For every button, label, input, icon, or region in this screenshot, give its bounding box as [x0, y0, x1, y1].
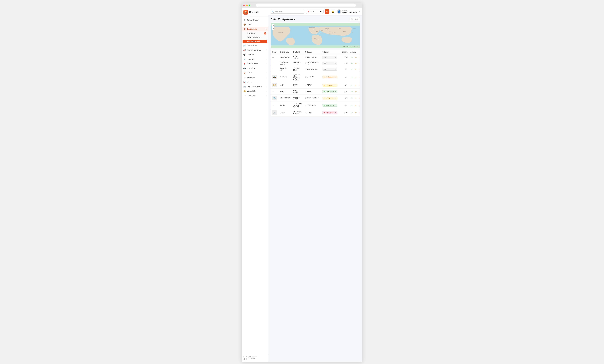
- search-bar[interactable]: 🔍: [270, 10, 305, 13]
- delete-button[interactable]: 🗑: [358, 104, 360, 107]
- status-label: Statut: [324, 63, 327, 64]
- sidebar-label-equipements: Équipements: [247, 28, 264, 30]
- sidebar-item-stocks[interactable]: 🏠 Stocks ›: [242, 71, 268, 75]
- view-button[interactable]: 👁: [351, 83, 354, 87]
- edit-button[interactable]: ✏: [354, 68, 358, 71]
- sidebar-item-prets-locations[interactable]: 📍 Prêts/Locations ›: [242, 62, 268, 66]
- sidebar-item-equipements-sub[interactable]: Equipements +: [242, 31, 268, 36]
- sidebar-label-rapport: Rapport: [247, 81, 264, 83]
- edit-button[interactable]: ✏: [354, 83, 358, 87]
- sidebar-item-produits[interactable]: 📦 Produits ›: [242, 22, 268, 27]
- view-button[interactable]: 👁: [351, 68, 354, 71]
- edit-button[interactable]: ✏: [354, 90, 358, 93]
- sidebar-item-equipements[interactable]: ⚙ Équipements ∨: [242, 27, 268, 31]
- rapport-arrow-icon: ›: [266, 81, 266, 83]
- status-label: Opérationnel: [326, 91, 334, 92]
- url-bar[interactable]: [256, 4, 356, 7]
- th-statut[interactable]: ⇅ Statut: [321, 50, 339, 54]
- sidebar-label-impression: Impression: [247, 76, 264, 78]
- status-badge[interactable]: Statut▼: [322, 62, 337, 65]
- delete-button[interactable]: 🗑: [358, 56, 360, 59]
- qr-btn[interactable]: ⊡: [325, 9, 329, 14]
- maximize-btn[interactable]: [249, 4, 250, 6]
- sidebar-item-impression[interactable]: 🖨 Impression ›: [242, 75, 268, 80]
- filter-button[interactable]: ⚗ Filtrer: [350, 17, 360, 21]
- td-actions: 👁 ✏ 🗑: [349, 101, 360, 109]
- map-container: United States France Deutschland Россия …: [271, 23, 360, 48]
- td-qte-stock: 0,00: [339, 95, 349, 101]
- sidebar-item-requetes[interactable]: 💬 Requêtes ›: [242, 52, 268, 57]
- sidebar-item-ventes-clients[interactable]: 🛒 Ventes clients ›: [242, 43, 268, 48]
- th-codes[interactable]: ⇅ Codes: [304, 50, 321, 54]
- map-zoom-in[interactable]: +: [272, 24, 275, 27]
- sidebar-item-achats-fournisseurs[interactable]: 🏭 Achats fournisseurs ›: [242, 48, 268, 52]
- sidebar-item-comptabilite[interactable]: 💰 Comptabilité ›: [242, 89, 268, 93]
- close-btn[interactable]: [243, 4, 245, 6]
- sidebar-item-scan-direct[interactable]: 📷 Scan direct: [242, 66, 268, 71]
- sidebar-item-tableau-de-bord[interactable]: ⊞ Tableau de bord: [242, 18, 268, 22]
- delete-button[interactable]: 🗑: [358, 111, 360, 114]
- view-button[interactable]: 👁: [351, 75, 354, 78]
- status-badge[interactable]: À réparer▼: [322, 84, 337, 87]
- delete-button[interactable]: 🗑: [358, 68, 360, 71]
- status-dot: [324, 91, 325, 92]
- view-button[interactable]: 👁: [351, 96, 354, 100]
- td-code: ⊟123456: [304, 109, 321, 116]
- status-badge[interactable]: Statut▼: [322, 56, 337, 59]
- status-badge[interactable]: Opérationnel▼: [322, 104, 337, 107]
- map-zoom-out[interactable]: −: [272, 27, 275, 30]
- status-badge[interactable]: À réparer▼: [322, 97, 337, 99]
- edit-button[interactable]: ✏: [354, 75, 358, 78]
- svg-text:Italia: Italia: [316, 31, 318, 32]
- view-button[interactable]: 👁: [351, 90, 354, 93]
- svg-text:Ливия: Ливия: [317, 39, 318, 40]
- sidebar-item-rapport[interactable]: 📊 Rapport ›: [242, 80, 268, 84]
- th-reference[interactable]: ⇅ Référence: [278, 50, 291, 54]
- hamburger-menu[interactable]: ≡: [359, 10, 360, 13]
- delete-button[interactable]: 🗑: [358, 96, 360, 100]
- search-input[interactable]: [275, 11, 303, 13]
- location-select-container[interactable]: 📍 Tous: [306, 10, 324, 14]
- edit-button[interactable]: ✏: [354, 104, 358, 107]
- location-icon: 📍: [308, 11, 310, 13]
- delete-button[interactable]: 🗑: [358, 75, 360, 78]
- edit-button[interactable]: ✏: [354, 111, 358, 114]
- bell-btn[interactable]: 🔔: [331, 9, 335, 14]
- td-actions: 👁 ✏ 🗑: [349, 72, 360, 82]
- status-badge[interactable]: Opérationnel▼: [322, 90, 337, 93]
- location-select[interactable]: Tous: [310, 11, 322, 13]
- td-libelle: VOLVO A25E: [291, 82, 304, 88]
- td-image: —: [271, 101, 278, 109]
- status-badge[interactable]: Statut▼: [322, 68, 337, 71]
- sidebar-item-applications[interactable]: ⬡ Applications ›: [242, 93, 268, 98]
- td-actions: 👁 ✏ 🗑: [349, 54, 360, 60]
- stocks-icon: 🏠: [243, 72, 246, 74]
- edit-button[interactable]: ✏: [354, 62, 358, 65]
- sidebar-item-controle-equipements[interactable]: Contrôle équipements: [242, 36, 268, 39]
- svg-text:Oʻzbekiston: Oʻzbekiston: [333, 32, 336, 33]
- status-label: Statut: [324, 68, 327, 70]
- th-libelle[interactable]: ⇅ Libellé: [291, 50, 304, 54]
- sidebar-label-prets-locations: Prêts/Locations: [247, 63, 264, 65]
- svg-text:Монгол: Монгол: [353, 28, 356, 29]
- delete-button[interactable]: 🗑: [358, 62, 360, 65]
- minimize-btn[interactable]: [246, 4, 248, 6]
- view-button[interactable]: 👁: [351, 104, 354, 107]
- delete-button[interactable]: 🗑: [358, 83, 360, 87]
- sidebar-item-sites-emplacements[interactable]: 🏢 Sites / Emplacements ›: [242, 84, 268, 89]
- status-badge[interactable]: En réparation▼: [322, 75, 337, 78]
- delete-button[interactable]: 🗑: [358, 90, 360, 93]
- sidebar-item-suivi-equipements[interactable]: Suivi Equipements: [243, 40, 267, 43]
- edit-button[interactable]: ✏: [354, 96, 358, 100]
- view-button[interactable]: 👁: [351, 62, 354, 65]
- sidebar-nav: ⊞ Tableau de bord 📦 Produits › ⚙ Équipem…: [242, 17, 268, 355]
- footer-version: v2.0.41: [243, 359, 266, 361]
- equipements-add-icon[interactable]: +: [264, 32, 266, 35]
- edit-button[interactable]: ✏: [354, 56, 358, 59]
- sidebar-item-production[interactable]: 🔧 Production ›: [242, 57, 268, 62]
- view-button[interactable]: 👁: [351, 56, 354, 59]
- view-button[interactable]: 👁: [351, 111, 354, 114]
- status-badge[interactable]: Hors service▼: [322, 111, 337, 114]
- td-code: ⊟79787: [304, 82, 321, 88]
- user-menu[interactable]: 👤 Bonjour Equipe Commerciale: [337, 9, 357, 14]
